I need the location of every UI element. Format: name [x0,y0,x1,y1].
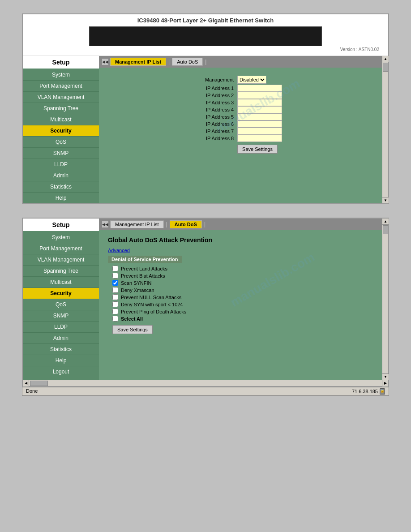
h-scrollbar[interactable]: ◀ ▶ [23,380,388,386]
tab-mgmt-ip-1[interactable]: Management IP List [110,58,166,66]
sidebar-item-portmgmt-2[interactable]: Port Management [23,243,99,254]
panel2-sidebar: Setup System Port Management VLAN Manage… [23,219,99,380]
ip7-input[interactable] [237,128,282,135]
tab-nav-back-2[interactable]: ◀◀ [102,221,109,228]
dos-checkbox-select-all: Select All [112,316,379,322]
tab-separator-4: | [204,221,206,227]
tab-separator-2: | [205,59,206,65]
sidebar-item-portmgmt-1[interactable]: Port Management [23,81,99,92]
scroll-up-btn-2[interactable]: ▲ [382,219,389,225]
sidebar-item-snmp-2[interactable]: SNMP [23,310,99,322]
status-right: 71.6.38.185 🔒 [352,388,385,395]
checkbox-prevent-blat[interactable] [112,273,118,279]
dos-checkbox-ping-death: Prevent Ping of Death Attacks [112,309,379,314]
scroll-up-btn-1[interactable]: ▲ [382,56,389,62]
save-settings-btn-2[interactable]: Save Settings [112,325,153,334]
tab-auto-dos-2[interactable]: Auto DoS [170,220,202,228]
sidebar-item-vlan-1[interactable]: VLAN Management [23,92,99,103]
ip1-input[interactable] [237,85,282,92]
ip6-input[interactable] [237,120,282,128]
checkbox-null-scan-label: Prevent NULL Scan Attacks [121,295,181,300]
dos-checkbox-prevent-blat: Prevent Blat Attacks [112,273,379,279]
sidebar-item-spanning-2[interactable]: Spanning Tree [23,266,99,277]
sidebar-item-spanning-1[interactable]: Spanning Tree [23,103,99,114]
sidebar-item-snmp-1[interactable]: SNMP [23,148,99,159]
sidebar-item-help-2[interactable]: Help [23,355,99,366]
scroll-thumb-2[interactable] [383,225,388,234]
panel2-tab-bar: ◀◀ Management IP List | Auto DoS | [99,219,388,230]
tab-separator-3: | [166,221,167,227]
dos-checkbox-scan-synfin: Scan SYNFIN [112,280,379,286]
scrollbar-1[interactable]: ▲ ▼ [382,56,388,203]
h-scroll-thumb[interactable] [30,381,48,386]
sidebar-item-admin-2[interactable]: Admin [23,333,99,344]
ip7-label: IP Address 7 [205,128,237,135]
dos-checkbox-null-scan: Prevent NULL Scan Attacks [112,294,379,300]
tab-mgmt-ip-2[interactable]: Management IP List [110,220,164,228]
ip2-input[interactable] [237,92,282,99]
h-scroll-left[interactable]: ◀ [23,380,29,386]
sidebar-item-qos-2[interactable]: QoS [23,299,99,310]
lock-icon: 🔒 [380,388,385,395]
sidebar-item-multicast-2[interactable]: Multicast [23,277,99,288]
tab-nav-back-1[interactable]: ◀◀ [102,58,109,65]
sidebar-item-lldp-2[interactable]: LLDP [23,322,99,333]
ip5-input[interactable] [237,113,282,120]
checkbox-deny-syn[interactable] [112,301,118,307]
checkbox-deny-syn-label: Deny SYN with sport < 1024 [121,302,183,307]
ip8-input[interactable] [237,135,282,142]
scroll-thumb-1[interactable] [383,63,388,72]
sidebar-item-multicast-1[interactable]: Multicast [23,114,99,125]
checkbox-ping-death[interactable] [112,309,118,314]
ip5-label: IP Address 5 [205,113,237,120]
scroll-down-btn-2[interactable]: ▼ [382,373,389,380]
ip6-label: IP Address 6 [205,120,237,128]
dos-checkbox-deny-xmascan: Deny Xmascan [112,287,379,293]
panel2-sidebar-title: Setup [23,219,99,232]
h-scroll-right[interactable]: ▶ [382,380,388,386]
panel1-title: IC39480 48-Port Layer 2+ Gigabit Etherne… [27,17,384,24]
sidebar-item-help-1[interactable]: Help [23,193,99,203]
checkbox-select-all-label: Select All [121,316,143,322]
sidebar-item-security-1[interactable]: Security [23,125,99,137]
panel1-sidebar: Setup System Port Management VLAN Manage… [23,56,99,203]
panel1-form-table: Management Disabled Enabled IP Address 1 [205,75,282,156]
sidebar-item-qos-1[interactable]: QoS [23,137,99,148]
ip4-label: IP Address 4 [205,106,237,113]
sidebar-item-admin-1[interactable]: Admin [23,170,99,181]
sidebar-item-logout-2[interactable]: Logout [23,366,99,377]
status-left: Done [26,388,38,395]
checkbox-prevent-land[interactable] [112,266,118,271]
sidebar-item-system-2[interactable]: System [23,232,99,243]
tab-auto-dos-1[interactable]: Auto DoS [172,58,203,66]
sidebar-item-lldp-1[interactable]: LLDP [23,159,99,170]
dos-checkbox-deny-syn: Deny SYN with sport < 1024 [112,301,379,307]
ip1-label: IP Address 1 [205,85,237,92]
panel1-tab-bar: ◀◀ Management IP List | Auto DoS | [99,56,388,68]
security-arrow-1 [96,129,99,133]
checkbox-deny-xmascan[interactable] [112,287,118,293]
ip8-label: IP Address 8 [205,135,237,142]
checkbox-null-scan[interactable] [112,294,118,300]
panel1-content: Management Disabled Enabled IP Address 1 [99,68,388,163]
dos-section-header: Denial of Service Prevention [108,256,182,263]
sidebar-item-statistics-1[interactable]: Statistics [23,181,99,193]
sidebar-item-vlan-2[interactable]: VLAN Management [23,254,99,266]
management-select[interactable]: Disabled Enabled [237,76,266,84]
scroll-down-btn-1[interactable]: ▼ [382,197,389,203]
sidebar-item-system-1[interactable]: System [23,69,99,81]
ip3-input[interactable] [237,99,282,106]
checkbox-scan-synfin-label: Scan SYNFIN [121,280,151,286]
scrollbar-2[interactable]: ▲ ▼ [382,219,388,380]
checkbox-select-all[interactable] [112,316,118,322]
advanced-link[interactable]: Advanced [108,248,130,253]
status-bar: Done 71.6.38.185 🔒 [22,387,389,396]
sidebar-item-statistics-2[interactable]: Statistics [23,344,99,355]
save-settings-btn-1[interactable]: Save Settings [237,145,278,154]
sidebar-item-security-2[interactable]: Security [23,288,99,299]
ip4-input[interactable] [237,106,282,113]
checkbox-deny-xmascan-label: Deny Xmascan [121,287,154,293]
checkbox-scan-synfin[interactable] [112,280,118,286]
version-text: Version : ASTN0.02 [27,46,384,53]
panel1-sidebar-title: Setup [23,56,99,69]
